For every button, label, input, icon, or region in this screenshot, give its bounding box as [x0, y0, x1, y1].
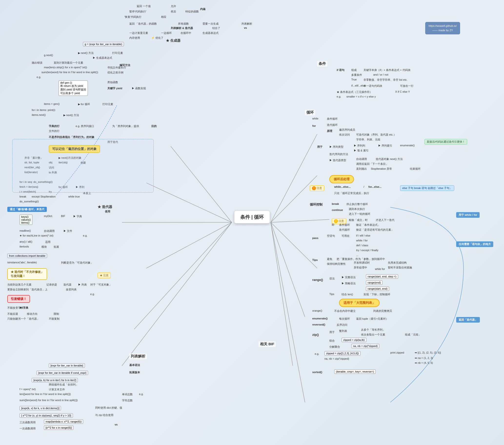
label-xulie-lie: ▶ 序列列 — [354, 144, 365, 148]
url-box: https://woaieif.github.io/ —— made by ZY — [425, 22, 460, 34]
label-eg4: e.g. — [139, 393, 144, 395]
label-arrow-next2: ▶ next() 方法 — [63, 113, 79, 117]
label-sum-len: sum([len(word) for line in f for word in… — [19, 399, 78, 402]
label-pass: pass — [312, 237, 318, 240]
label-jisuan-wenjian: 计算文本文件 — [49, 388, 65, 391]
label-arr-liebiao: ▶ 列表 — [78, 283, 87, 287]
info-icon: ! — [312, 186, 316, 190]
label-mudi: 目的 — [151, 124, 157, 128]
box-g-expr: g = (expr for iter_var in iterable) — [83, 42, 124, 46]
label-cond-expr: ★ 条件表达式（三元操作符） — [337, 90, 372, 94]
note-direct-code: 直接活/代码比通过迭代引更快！ — [424, 139, 467, 145]
label-youhua: ⚡ 优化了 — [151, 36, 163, 40]
label-liebiaoxi: 列表解析 — [241, 22, 252, 26]
label-and-or: and / or / not — [373, 73, 388, 76]
label-if-stmt: if 语句 — [337, 68, 344, 72]
label-e-g-leixu: e.g. 类序列接口 — [76, 124, 94, 128]
label-while-else: while...else... — [334, 185, 351, 188]
label-tuozhan: 拓展 — [54, 245, 59, 249]
label-str-list-tuple2: 字符串、列表、元组 — [356, 138, 380, 141]
label-diao-yong-fan-hui: 调用后返回「下一个条目」 — [356, 162, 388, 166]
label-sumlen: sum(len(word) for line in f for word in … — [41, 71, 98, 74]
label-iter-through: 通过「键/值/键-值对」来迭代 — [7, 207, 47, 212]
label-no-mem: 不会在内存中建立 — [334, 309, 356, 313]
label-chong-fu: 把「重复操作」作为「参数」放到循环中 — [337, 257, 385, 261]
label-eg3: e.g. — [90, 293, 95, 295]
label-xianzhi: 限制 — [54, 312, 59, 316]
label-pass-while: while / for — [356, 239, 368, 242]
label-return-tuple: 返回 tuple（索引+元素对） — [356, 317, 388, 321]
label-do-something: do_something(i) — [19, 200, 39, 203]
label-jiehe: 繁列表 — [339, 329, 347, 333]
label-vs: vs — [244, 26, 247, 29]
label-tips: Tips — [312, 258, 318, 261]
label-arrow-next: ▶ next() 方法 — [78, 51, 94, 55]
label-eg-smaller: e.g. — [337, 95, 341, 98]
warning-icon: ! — [334, 219, 338, 223]
label-break: break — [19, 195, 26, 198]
label-yufa: 语法 — [329, 277, 335, 280]
label-no-back: 不能后退 — [7, 312, 18, 316]
label-mei-ci-cycle: 每次循环 — [339, 317, 350, 321]
label-panding: 判断是否为「可迭代对象」 — [61, 261, 93, 265]
label-neihan: 内涵 — [200, 7, 205, 11]
label-eg2: e.g. — [83, 234, 87, 237]
label-forarrow: ▶ for 循环 — [78, 103, 90, 106]
label-zhijieji: 直到计算到最后一个元素 — [54, 61, 83, 65]
label-pass-def: def / class — [356, 244, 368, 247]
label-if-composition: 关键字本身（if）+ 条件表达式 + 代码块 — [363, 68, 411, 72]
label-auto-call: 自动调用 — [44, 229, 55, 233]
label-reversed: reversed() — [312, 323, 325, 326]
url-text: https://woaieif.github.io/ —— made by ZY — [429, 24, 457, 33]
label-xulie-method: 迭代序列的方法 — [329, 152, 348, 156]
label-move-dir: 移动方向 — [27, 312, 37, 316]
label-na-result: ➡ na = (1, 2, 3) — [415, 357, 433, 360]
label-arrow-hanshu: ▶ 函数实现 — [132, 86, 146, 90]
label-ke-diedai: 可迭代对象（序列、迭代器 etc.） — [356, 133, 396, 137]
box-iter-issue: ★ 迭代时「不允许修改」引发问题！ — [7, 268, 47, 280]
label-any-all: any() / all() — [19, 240, 33, 243]
label-while: while — [312, 117, 318, 120]
label-yi-ci: 一次函数调用 — [19, 427, 36, 430]
label-tuozhan2: 拓展版本 — [129, 371, 140, 374]
box-na-nb-zip: na, nb = zip(*zipped) — [351, 344, 379, 348]
label-dayinele2: 打印元素 — [103, 103, 113, 106]
mind-map-container: 条件 | 循环 https://woaieif.github.io/ —— ma… — [0, 0, 504, 445]
label-xiang-suoyin: enumerate() — [400, 144, 415, 147]
label-stop-iter: 直到抛出 — [356, 167, 367, 171]
label-na-nb2: na, nb = zip(*zipped) — [324, 357, 349, 360]
box-zipped-zip: zipped = zip(ta,tb) — [342, 338, 366, 342]
label-jiehe-len: 结合 len() — [342, 293, 353, 296]
label-generator-star: ★ 生成器 — [166, 38, 180, 43]
label-zifu-shu: 字符总数 — [122, 399, 133, 402]
label-cond-check: 条件循环 — [339, 223, 350, 227]
label-for-else-sep: / — [363, 185, 364, 188]
label-return-val: 返回 一个值 — [137, 4, 151, 8]
label-split-jiexi: 分解聚合 — [329, 345, 340, 349]
label-auto-call2: 自动调用 — [356, 157, 367, 161]
central-node: 条件 | 循环 — [234, 211, 270, 223]
label-fan-xu-access: 反序访问 — [337, 323, 347, 327]
label-restore2: '恢复'代码执行 — [125, 15, 142, 19]
label-suoyouhanshu: 所有函数 — [178, 22, 189, 26]
label-stop-whole: 停止执行整个循环 — [346, 202, 368, 206]
label-zip-result: ➡ [(1, 2), (2, 5), (3, 6)] — [415, 351, 441, 354]
label-jiaoyan-cond: 验证「条件表达式」 — [356, 223, 380, 227]
label-arr-zidian: ▶ 字典 — [73, 215, 82, 218]
label-this-exec: 跳到本次执行 — [349, 207, 365, 211]
label-cycle-control: 循环控制 — [310, 202, 323, 207]
label-only-normal: 只在「循环正常完成后」执行 — [334, 191, 369, 195]
label-dayinele: 打印元素 — [112, 51, 123, 55]
label-arr-wenjian: ▶ 文件 — [63, 229, 72, 233]
label-cai-enter: 才进入下一迭代 — [376, 218, 395, 222]
label-iterate-members: 遍历序列成员 — [339, 128, 355, 132]
label-stopiteration: StopIteration 异常 — [371, 167, 392, 171]
box-cond-syntax: [expr for iter_var in iterable if cond_e… — [36, 371, 88, 375]
label-for-else: for...else... — [368, 185, 381, 188]
label-f-open: f = open(*.txt) — [19, 388, 36, 391]
label-tongshi-dict: 同时使用 dict 的键、值 — [95, 406, 122, 410]
box-zip-eg1: zipped = zip([1,2,3], [4,5,6]) — [324, 351, 360, 356]
label-next-round: 进入下一轮的循环 — [349, 212, 370, 216]
label-print-zip: print zipped — [390, 351, 404, 354]
label-maxlen: max(len(x.strip()) for x in open(*.txt)) — [44, 66, 87, 69]
